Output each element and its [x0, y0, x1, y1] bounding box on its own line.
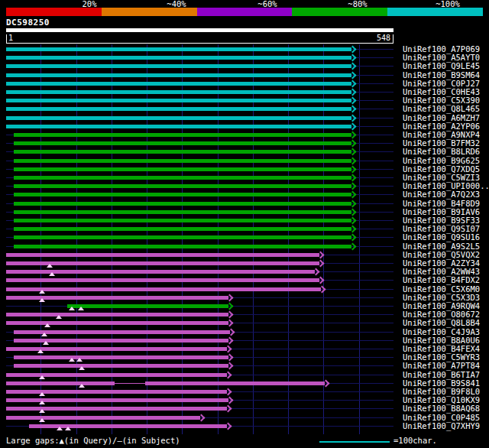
ruler-line [6, 43, 393, 44]
scale-ruler-line [319, 441, 390, 443]
key-percent-label: ~60% [257, 0, 277, 8]
query-gap-marker-icon [39, 392, 45, 396]
hit-bar-segment[interactable] [14, 150, 351, 154]
hit-arrowhead-icon [226, 354, 234, 362]
hit-arrowhead-icon [349, 217, 357, 225]
query-gap-marker-icon [78, 307, 84, 310]
hit-bar-segment[interactable] [6, 416, 200, 420]
hit-bar-segment[interactable] [6, 278, 319, 282]
hit-bar-gap-segment[interactable] [115, 383, 146, 384]
hit-arrowhead-icon [226, 311, 234, 319]
hit-label[interactable]: UniRef100_Q8L465 [403, 105, 480, 113]
hit-arrowhead-icon [349, 148, 357, 156]
hit-bar-segment[interactable] [6, 47, 351, 51]
hit-bar-segment[interactable] [6, 321, 228, 325]
hit-bar-segment[interactable] [14, 184, 351, 188]
hit-bar-segment[interactable] [14, 176, 351, 180]
hit-bar-segment[interactable] [14, 245, 351, 248]
query-gap-marker-icon [56, 315, 62, 319]
hit-bar-segment[interactable] [14, 133, 351, 137]
hit-arrowhead-icon [313, 268, 320, 276]
query-gap-marker-icon [47, 264, 53, 268]
query-gap-marker-icon [37, 349, 44, 353]
hit-bar-segment[interactable] [6, 287, 321, 291]
hit-bar-segment[interactable] [14, 167, 351, 171]
hit-bar-segment[interactable] [6, 261, 319, 265]
hit-bar-segment[interactable] [6, 64, 351, 68]
hit-label[interactable]: UniRef100_A6MZH7 [403, 114, 480, 122]
hit-bar-segment[interactable] [6, 82, 351, 86]
hit-label[interactable]: UniRef100_A9S2L5 [403, 242, 480, 251]
hit-bar-segment[interactable] [6, 99, 351, 102]
hit-label[interactable]: UniRef100_B4F8D9 [403, 200, 480, 208]
hit-bar-segment[interactable] [14, 193, 351, 196]
hit-bar-segment[interactable] [67, 304, 229, 308]
query-gap-marker-icon [39, 409, 45, 413]
hit-arrowhead-icon [224, 405, 232, 413]
hit-bar-segment[interactable] [6, 125, 351, 128]
hit-label[interactable]: UniRef100_B9SM64 [403, 71, 480, 80]
hit-bar-segment[interactable] [14, 227, 351, 231]
hit-label[interactable]: UniRef100_C5X6M0 [403, 285, 480, 294]
similarity-overview-screen: { "header": { "key_labels": ["20%", "~40… [0, 0, 489, 448]
hit-label[interactable]: UniRef100_Q9SU16 [403, 233, 480, 242]
hit-bar-segment[interactable] [6, 73, 351, 77]
hit-bar-segment[interactable] [14, 355, 228, 359]
hit-bar-segment[interactable] [6, 56, 351, 60]
hit-arrowhead-icon [349, 80, 357, 87]
query-gap-marker-icon [44, 323, 50, 327]
hit-arrowhead-icon [226, 320, 234, 327]
hit-bar-segment[interactable] [6, 253, 319, 257]
hit-label[interactable]: UniRef100_B9G625 [403, 157, 480, 165]
hit-bar-segment[interactable] [14, 159, 351, 163]
hit-arrowhead-icon [349, 122, 357, 130]
hit-arrowhead-icon [349, 165, 357, 173]
hit-label[interactable]: UniRef100_B6TIA7 [403, 371, 480, 379]
key-percent-label: ~80% [348, 0, 367, 8]
hit-label[interactable]: UniRef100_Q8L8B4 [403, 319, 480, 327]
query-gap-marker-icon [39, 298, 45, 302]
hit-arrowhead-icon [226, 362, 234, 370]
hit-label[interactable]: UniRef100_A7Q2X3 [403, 190, 480, 199]
query-gap-marker-icon [57, 427, 63, 430]
ruler-start-label: 1 [8, 34, 13, 42]
hit-bar-segment[interactable] [14, 210, 351, 214]
hit-label[interactable]: UniRef100_Q7XHY9 [403, 422, 480, 430]
query-id: DC598250 [6, 18, 50, 28]
key-color-segment [197, 8, 293, 16]
hit-bar-segment[interactable] [14, 219, 351, 222]
hit-bar-segment[interactable] [145, 381, 325, 385]
query-gap-marker-icon [39, 375, 45, 379]
query-gap-marker-icon [39, 401, 45, 404]
key-color-segment [102, 8, 197, 16]
hit-label[interactable]: UniRef100_B8LRD6 [403, 148, 480, 156]
hit-bar-segment[interactable] [14, 141, 351, 145]
hit-arrowhead-icon [349, 140, 357, 148]
hit-arrowhead-icon [226, 303, 234, 310]
query-sequence-bar [6, 28, 393, 32]
hit-bar-segment[interactable] [6, 107, 351, 111]
hit-arrowhead-icon [349, 174, 357, 182]
hit-label[interactable]: UniRef100_C4J9A3 [403, 328, 480, 336]
hit-label[interactable]: UniRef100_C0P485 [403, 414, 480, 422]
query-gap-marker-icon [79, 384, 85, 388]
hit-label[interactable]: UniRef100_Q9LE45 [403, 62, 480, 70]
hit-bar-segment[interactable] [6, 381, 115, 385]
hit-bar-segment[interactable] [6, 90, 351, 94]
hit-bar-segment[interactable] [14, 364, 228, 368]
hit-bar-segment[interactable] [6, 116, 351, 120]
query-gap-marker-icon [79, 366, 85, 370]
hit-arrowhead-icon [349, 234, 357, 242]
gaps-legend-text: Large gaps:▲(in Query)/–(in Subject) [6, 437, 180, 445]
hit-label[interactable]: UniRef100_B4FDX2 [403, 276, 480, 284]
hit-label[interactable]: UniRef100_B8AQ68 [403, 404, 480, 413]
hit-bar-segment[interactable] [6, 313, 228, 317]
hit-arrowhead-icon [349, 191, 357, 199]
hit-label[interactable]: UniRef100_A7PT84 [403, 362, 480, 370]
hit-arrowhead-icon [349, 63, 357, 70]
scale-label: =100char. [393, 437, 437, 445]
hit-bar-segment[interactable] [14, 202, 351, 206]
hit-arrowhead-icon [349, 54, 357, 62]
hit-bar-segment[interactable] [14, 235, 351, 239]
key-percent-label: 20% [83, 0, 97, 8]
